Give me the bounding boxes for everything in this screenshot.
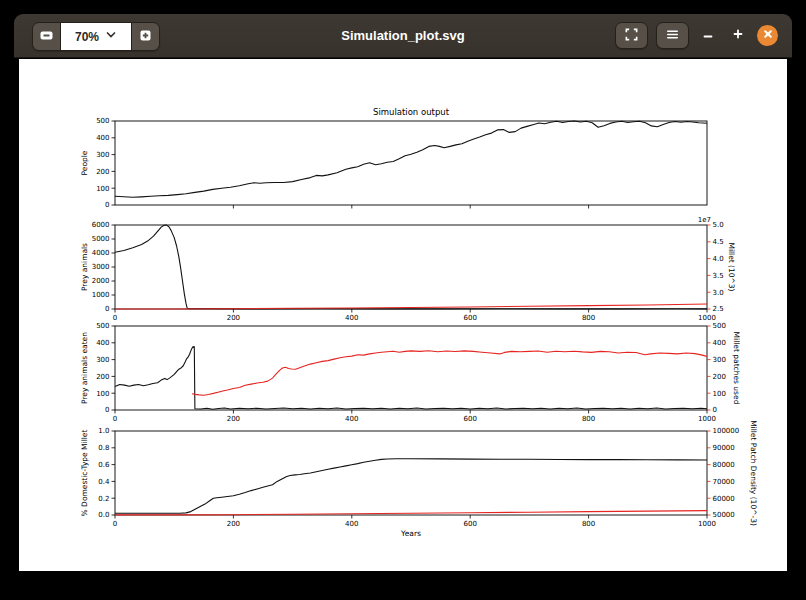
svg-text:400: 400	[713, 339, 726, 347]
svg-text:Prey animals eaten: Prey animals eaten	[80, 332, 89, 404]
minimize-button[interactable]	[697, 25, 719, 47]
svg-text:1000: 1000	[92, 291, 110, 299]
svg-text:60000: 60000	[713, 495, 735, 503]
svg-text:0: 0	[105, 406, 109, 414]
svg-text:100: 100	[96, 185, 109, 193]
svg-text:0.8: 0.8	[98, 444, 109, 452]
svg-text:70000: 70000	[713, 478, 735, 486]
menu-button[interactable]	[656, 22, 689, 49]
svg-text:Simulation output: Simulation output	[373, 107, 450, 117]
svg-text:400: 400	[345, 415, 358, 423]
svg-text:0: 0	[113, 314, 117, 322]
fullscreen-button[interactable]	[615, 22, 648, 49]
svg-text:600: 600	[464, 314, 477, 322]
maximize-plus-icon	[731, 27, 745, 44]
svg-text:4.0: 4.0	[713, 255, 724, 263]
svg-text:0: 0	[113, 415, 117, 423]
hamburger-menu-icon	[665, 27, 680, 45]
image-viewport[interactable]: 0100200300400500PeopleSimulation output0…	[14, 58, 792, 586]
zoom-level-value: 70%	[75, 30, 99, 44]
displayed-image: 0100200300400500PeopleSimulation output0…	[19, 59, 787, 571]
svg-text:4000: 4000	[92, 249, 110, 257]
image-viewer-window: 70% Simulation_plot.svg	[14, 14, 792, 586]
svg-text:100000: 100000	[713, 427, 740, 435]
simulation-chart-svg: 0100200300400500PeopleSimulation output0…	[19, 59, 787, 571]
svg-text:6000: 6000	[92, 221, 110, 229]
svg-text:80000: 80000	[713, 461, 735, 469]
svg-text:5.0: 5.0	[713, 221, 724, 229]
svg-text:400: 400	[345, 520, 358, 528]
svg-text:1000: 1000	[698, 415, 716, 423]
svg-text:2000: 2000	[92, 277, 110, 285]
svg-text:Millet (10^3): Millet (10^3)	[727, 242, 736, 291]
zoom-control-group: 70%	[32, 22, 160, 51]
svg-text:50000: 50000	[713, 511, 735, 519]
series--domestic-type-millet	[115, 459, 707, 514]
svg-text:3000: 3000	[92, 263, 110, 271]
subplot-2: 0100020003000400050006000Prey animals020…	[80, 216, 736, 322]
subplot-1: 0100200300400500PeopleSimulation output	[80, 107, 707, 209]
zoom-out-icon	[39, 28, 54, 46]
svg-text:Millet patches used: Millet patches used	[732, 332, 741, 405]
svg-text:90000: 90000	[713, 444, 735, 452]
svg-text:100: 100	[713, 390, 726, 398]
svg-text:3.5: 3.5	[713, 272, 724, 280]
close-x-icon	[762, 28, 774, 43]
zoom-in-button[interactable]	[132, 23, 159, 50]
maximize-button[interactable]	[727, 25, 749, 47]
svg-text:200: 200	[227, 520, 240, 528]
svg-text:300: 300	[713, 356, 726, 364]
svg-text:100: 100	[96, 390, 109, 398]
svg-text:0: 0	[113, 520, 117, 528]
minimize-icon	[701, 27, 715, 44]
svg-text:200: 200	[227, 314, 240, 322]
svg-text:% Domestic-Type Millet: % Domestic-Type Millet	[80, 430, 89, 517]
svg-text:0.2: 0.2	[98, 495, 109, 503]
svg-text:200: 200	[96, 373, 109, 381]
header-right-controls	[615, 14, 778, 57]
fullscreen-icon	[624, 27, 639, 45]
zoom-out-button[interactable]	[33, 23, 60, 50]
svg-text:2.5: 2.5	[713, 305, 724, 313]
svg-text:0: 0	[105, 305, 109, 313]
svg-text:Millet Patch Density (10^-3): Millet Patch Density (10^-3)	[749, 420, 758, 526]
svg-text:500: 500	[96, 117, 109, 125]
svg-text:0.0: 0.0	[98, 511, 109, 519]
svg-text:500: 500	[713, 322, 726, 330]
svg-text:800: 800	[582, 314, 595, 322]
series-millet-patch-density	[115, 511, 707, 515]
svg-text:800: 800	[582, 520, 595, 528]
svg-text:1000: 1000	[698, 314, 716, 322]
svg-text:200: 200	[227, 415, 240, 423]
svg-text:400: 400	[96, 134, 109, 142]
svg-text:400: 400	[96, 339, 109, 347]
svg-text:4.5: 4.5	[713, 238, 724, 246]
series-prey-animals	[115, 225, 707, 309]
chevron-down-icon	[105, 29, 117, 44]
svg-text:1.0: 1.0	[98, 427, 109, 435]
series-prey-animals-eaten	[115, 347, 707, 410]
svg-text:500: 500	[96, 322, 109, 330]
series-millet-patches-used	[192, 351, 707, 396]
subplot-3: 0100200300400500Prey animals eaten020040…	[80, 322, 741, 423]
svg-text:400: 400	[345, 314, 358, 322]
svg-text:600: 600	[464, 415, 477, 423]
svg-text:800: 800	[582, 415, 595, 423]
svg-text:5000: 5000	[92, 235, 110, 243]
svg-text:0: 0	[105, 201, 109, 209]
subplot-4: 0.00.20.40.60.81.0% Domestic-Type Millet…	[80, 420, 758, 537]
zoom-in-icon	[138, 28, 153, 46]
series-people	[115, 121, 707, 197]
svg-text:0.6: 0.6	[98, 461, 110, 469]
svg-text:People: People	[80, 150, 89, 175]
svg-text:0.4: 0.4	[98, 478, 110, 486]
svg-text:Years: Years	[400, 529, 421, 538]
close-button[interactable]	[757, 25, 778, 46]
svg-text:200: 200	[713, 373, 726, 381]
header-bar[interactable]: 70% Simulation_plot.svg	[14, 14, 792, 58]
svg-text:Prey animals: Prey animals	[80, 243, 89, 291]
svg-text:200: 200	[96, 168, 109, 176]
svg-text:300: 300	[96, 356, 109, 364]
zoom-level-select[interactable]: 70%	[60, 23, 132, 50]
svg-text:0: 0	[713, 406, 717, 414]
